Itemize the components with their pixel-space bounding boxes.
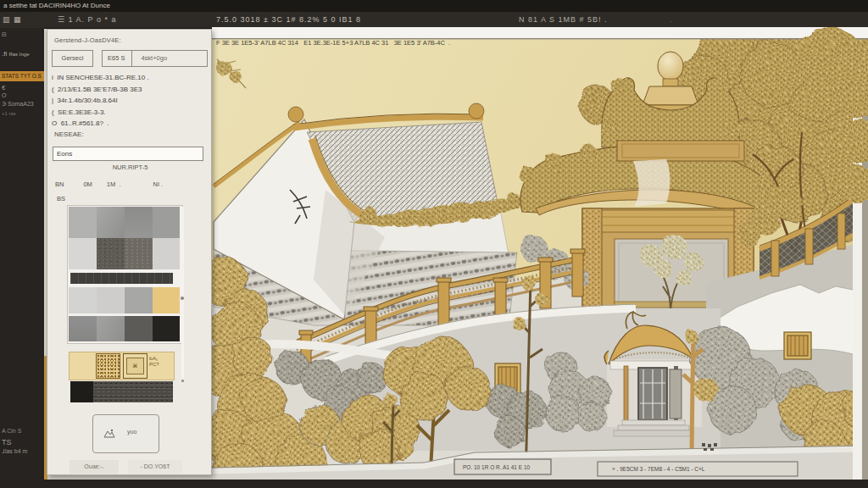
svg-text:+ . 9E5CM 3 - 7EM8 - 4 - C5M: + . 9E5CM 3 - 7EM8 - 4 - C5M1 - C+L (612, 466, 705, 472)
svg-text:F 3E 3E 1E5-3' A7LB 4C 314 E: F 3E 3E 1E5-3' A7LB 4C 314 E1 3E.3E-1E 5… (216, 39, 450, 47)
svg-text:PO. 10 1R O R. A1 41 E 10: PO. 10 1R O R. A1 41 E 10 (463, 464, 531, 470)
